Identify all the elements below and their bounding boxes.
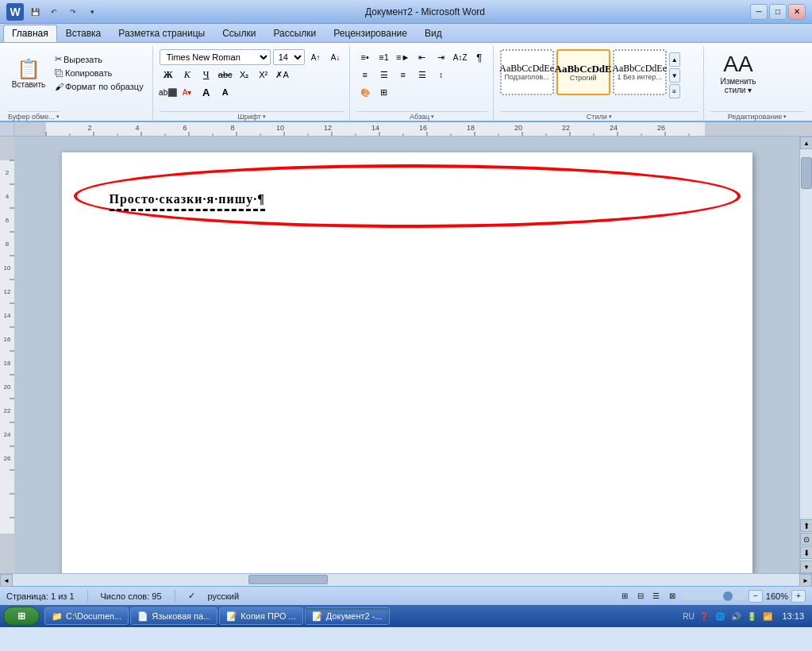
view-mode-3[interactable]: ☰ (650, 591, 663, 602)
zoom-thumb[interactable] (723, 591, 733, 601)
sort-btn[interactable]: A↕Z (452, 49, 469, 65)
signal-icon: 📶 (761, 610, 774, 622)
italic-btn[interactable]: К (179, 67, 196, 83)
view-mode-2[interactable]: ⊟ (634, 591, 647, 602)
tab-page-layout[interactable]: Разметка страницы (110, 25, 214, 42)
decrease-indent-btn[interactable]: ⇤ (414, 49, 431, 65)
cut-btn[interactable]: ✂Вырезать (51, 52, 148, 66)
taskbar-copy-app[interactable]: 📝 Копия ПРО ... (219, 607, 302, 625)
tab-home[interactable]: Главная (3, 25, 57, 42)
clipboard-label[interactable]: Буфер обме... ▾ (8, 111, 60, 121)
svg-rect-46 (0, 534, 14, 573)
numbering-btn[interactable]: ≡1 (375, 49, 393, 65)
quick-save-btn[interactable]: 💾 (27, 5, 43, 19)
justify-btn[interactable]: ☰ (414, 67, 431, 83)
hscroll-right-btn[interactable]: ► (799, 574, 812, 587)
font-color-btn[interactable]: A▾ (179, 84, 196, 100)
paste-btn[interactable]: 📋 Вставить (8, 56, 49, 105)
increase-font-btn[interactable]: A↓ (327, 49, 344, 65)
document-page[interactable]: Просто·сказки·я·пишу·¶ (62, 152, 752, 573)
hscroll-thumb[interactable] (248, 575, 328, 584)
styles-scroll-up[interactable]: ▲ (669, 52, 680, 67)
restore-btn[interactable]: □ (769, 4, 787, 20)
tab-mailings[interactable]: Рассылки (264, 25, 325, 42)
decrease-font-btn[interactable]: A↑ (307, 49, 325, 65)
tab-view[interactable]: Вид (416, 25, 451, 42)
zoom-in-btn[interactable]: + (791, 590, 806, 603)
tab-insert[interactable]: Вставка (57, 25, 110, 42)
document-content[interactable]: Просто·сказки·я·пишу·¶ (110, 184, 705, 214)
font-label[interactable]: Шрифт ▾ (160, 111, 344, 121)
quick-access-more[interactable]: ▾ (84, 5, 100, 19)
svg-rect-44 (0, 137, 14, 573)
subscript-btn[interactable]: X₂ (236, 67, 253, 83)
increase-indent-btn[interactable]: ⇥ (433, 49, 450, 65)
style-no-interval[interactable]: AaBbCcDdEe 1 Без интер... (613, 49, 667, 95)
folder-label: C:\Documen... (66, 611, 121, 621)
font-size-small-btn[interactable]: A (217, 84, 234, 100)
highlight-btn[interactable]: ab⬛ (160, 84, 177, 100)
copy-btn[interactable]: ⿻Копировать (51, 67, 148, 79)
view-mode-4[interactable]: ⊠ (666, 591, 679, 602)
tab-review[interactable]: Рецензирование (325, 25, 416, 42)
bullets-btn[interactable]: ≡• (356, 49, 374, 65)
zoom-out-btn[interactable]: − (749, 590, 763, 603)
borders-btn[interactable]: ⊞ (375, 84, 393, 100)
hscroll-track[interactable] (13, 574, 799, 586)
format-painter-btn[interactable]: 🖌Формат по образцу (51, 80, 148, 93)
minimize-btn[interactable]: ─ (750, 4, 768, 20)
ruler-corner[interactable] (0, 122, 14, 136)
tab-references[interactable]: Ссылки (214, 25, 264, 42)
scroll-select-page-btn[interactable]: ⊙ (800, 533, 812, 545)
format-clear-btn[interactable]: ✗A (274, 67, 291, 83)
scroll-thumb[interactable] (801, 157, 812, 189)
superscript-btn[interactable]: X² (255, 67, 272, 83)
align-right-btn[interactable]: ≡ (394, 67, 412, 83)
strikethrough-btn[interactable]: abc (217, 67, 234, 83)
scroll-down-btn[interactable]: ▼ (800, 560, 812, 573)
styles-group: AaBbCcDdEe Подзаголов... AaBbCcDdE Строг… (495, 46, 704, 121)
hscroll-left-btn[interactable]: ◄ (0, 574, 13, 587)
folder-icon: 📁 (52, 611, 63, 622)
close-btn[interactable]: ✕ (788, 4, 806, 20)
style-strict[interactable]: AaBbCcDdE Строгий (556, 49, 610, 95)
svg-text:8: 8 (230, 124, 234, 132)
paragraph-label[interactable]: Абзац ▾ (356, 111, 488, 121)
zoom-slider[interactable] (682, 593, 745, 599)
show-marks-btn[interactable]: ¶ (471, 49, 488, 65)
taskbar-language-app[interactable]: 📄 Языковая па... (130, 607, 217, 625)
font-size-large-btn[interactable]: A (198, 84, 215, 100)
quick-undo-btn[interactable]: ↶ (46, 5, 62, 19)
editing-label[interactable]: Редактирование ▾ (710, 111, 804, 121)
underline-btn[interactable]: Ч (198, 67, 215, 83)
font-size-select[interactable]: 14 (273, 49, 305, 65)
svg-text:4: 4 (135, 124, 139, 132)
start-button[interactable]: ⊞ (3, 607, 40, 626)
ru-lang-indicator[interactable]: RU (682, 610, 695, 622)
align-center-btn[interactable]: ☰ (375, 67, 393, 83)
align-left-btn[interactable]: ≡ (356, 67, 374, 83)
svg-text:16: 16 (3, 336, 10, 343)
scroll-page-down-btn[interactable]: ⬇ (800, 546, 812, 559)
page-status: Страница: 1 из 1 (6, 591, 75, 601)
change-styles-btn[interactable]: AA Изменитьстили ▾ (710, 49, 766, 98)
scroll-track[interactable] (800, 149, 812, 518)
document-text[interactable]: Просто·сказки·я·пишу·¶ (110, 192, 265, 211)
multilevel-btn[interactable]: ≡► (394, 49, 412, 65)
scroll-up-btn[interactable]: ▲ (800, 137, 812, 149)
line-spacing-btn[interactable]: ↕ (433, 67, 450, 83)
shading-btn[interactable]: 🎨 (356, 84, 374, 100)
taskbar-doc2-app[interactable]: 📝 Документ2 -... (305, 607, 390, 625)
taskbar-folder-app[interactable]: 📁 C:\Documen... (44, 607, 129, 625)
quick-redo-btn[interactable]: ↷ (65, 5, 81, 19)
style-subheading[interactable]: AaBbCcDdEe Подзаголов... (500, 49, 554, 95)
zoom-area: ⊞ ⊟ ☰ ⊠ − 160% + (618, 590, 806, 603)
document-area[interactable]: Просто·сказки·я·пишу·¶ (14, 137, 799, 573)
styles-scroll-down[interactable]: ▼ (669, 68, 680, 83)
styles-label[interactable]: Стили ▾ (500, 111, 698, 121)
styles-expand[interactable]: ≡ (669, 84, 680, 98)
scroll-page-up-btn[interactable]: ⬆ (800, 519, 812, 532)
view-mode-1[interactable]: ⊞ (618, 591, 631, 602)
font-name-select[interactable]: Times New Roman (160, 49, 271, 65)
bold-btn[interactable]: Ж (160, 67, 177, 83)
